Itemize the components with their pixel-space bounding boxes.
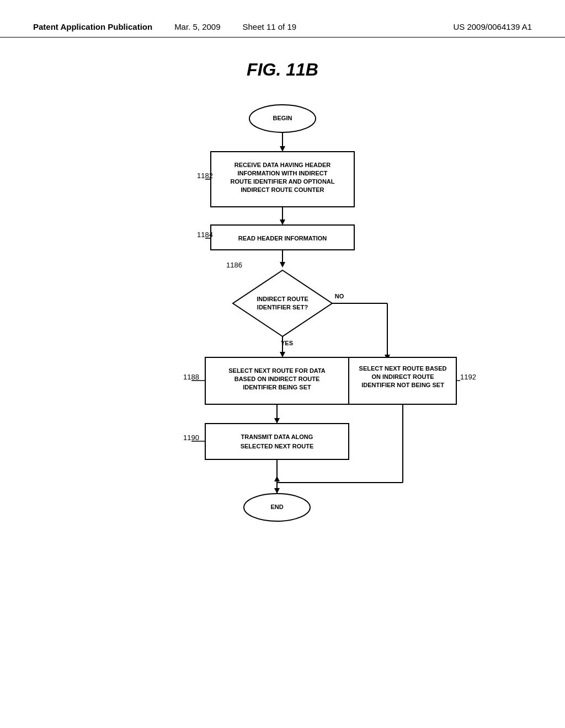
step1184-text: READ HEADER INFORMATION <box>238 235 327 242</box>
svg-text:INDIRECT ROUTE COUNTER: INDIRECT ROUTE COUNTER <box>241 186 324 193</box>
ref1182: 1182 <box>197 172 213 180</box>
ref1188: 1188 <box>183 373 199 381</box>
figure-title: FIG. 11B <box>247 60 318 80</box>
svg-marker-17 <box>280 352 285 357</box>
ref1186: 1186 <box>226 261 242 269</box>
no-label: NO <box>335 293 344 299</box>
svg-text:INFORMATION WITH INDIRECT: INFORMATION WITH INDIRECT <box>238 170 328 176</box>
ref1184: 1184 <box>197 231 213 239</box>
svg-text:ROUTE IDENTIFIER AND OPTIONAL: ROUTE IDENTIFIER AND OPTIONAL <box>230 178 334 185</box>
flowchart: BEGIN RECEIVE DATA HAVING HEADER INFORMA… <box>89 97 476 593</box>
step1192-text: SELECT NEXT ROUTE BASED <box>359 365 447 372</box>
page-header: Patent Application Publication Mar. 5, 2… <box>0 0 565 38</box>
patent-label: US 2009/0064139 A1 <box>453 22 532 31</box>
date-label: Mar. 5, 2009 <box>174 22 220 31</box>
svg-text:ON INDIRECT ROUTE: ON INDIRECT ROUTE <box>371 373 434 380</box>
svg-rect-25 <box>349 357 456 404</box>
step1188-text: SELECT NEXT ROUTE FOR DATA <box>228 367 326 374</box>
end-label: END <box>270 504 283 510</box>
svg-marker-2 <box>280 146 285 152</box>
svg-text:IDENTIFIER NOT BEING SET: IDENTIFIER NOT BEING SET <box>361 382 444 388</box>
svg-rect-31 <box>205 424 349 459</box>
ref1192: 1192 <box>460 373 476 381</box>
begin-label: BEGIN <box>273 115 292 121</box>
diagram-area: FIG. 11B BEGIN RECEIVE DATA HAVING HEADE… <box>0 38 565 593</box>
step1190-text: TRANSMIT DATA ALONG <box>241 433 313 440</box>
step1182-text: RECEIVE DATA HAVING HEADER <box>234 162 331 168</box>
publication-label: Patent Application Publication <box>33 22 152 31</box>
sheet-label: Sheet 11 of 19 <box>243 22 297 31</box>
svg-text:BASED ON INDIRECT ROUTE: BASED ON INDIRECT ROUTE <box>234 376 320 382</box>
ref1190: 1190 <box>183 433 199 442</box>
diamond1186-text: INDIRECT ROUTE <box>257 296 308 302</box>
svg-marker-13 <box>280 262 285 267</box>
svg-marker-9 <box>280 220 285 225</box>
svg-text:IDENTIFIER BEING SET: IDENTIFIER BEING SET <box>243 384 311 390</box>
svg-text:SELECTED NEXT ROUTE: SELECTED NEXT ROUTE <box>241 443 314 449</box>
svg-text:IDENTIFIER SET?: IDENTIFIER SET? <box>257 304 308 311</box>
svg-marker-30 <box>274 418 280 424</box>
